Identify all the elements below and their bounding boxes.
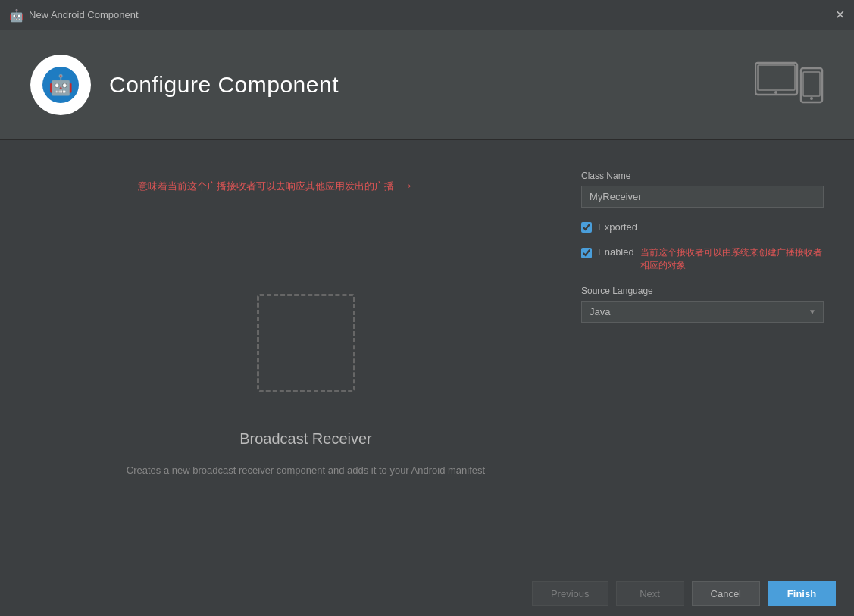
- enabled-label[interactable]: Enabled: [598, 246, 634, 258]
- svg-point-7: [810, 97, 813, 100]
- svg-rect-6: [803, 72, 820, 96]
- svg-rect-3: [758, 65, 795, 90]
- header: 🤖 Configure Component: [0, 30, 854, 140]
- title-bar-left: 🤖 New Android Component: [9, 8, 139, 22]
- previous-button[interactable]: Previous: [532, 581, 608, 606]
- component-description: Creates a new broadcast receiver compone…: [127, 463, 485, 478]
- source-language-select[interactable]: Java Kotlin: [581, 301, 824, 323]
- enabled-checkbox[interactable]: [581, 248, 592, 258]
- android-icon: 🤖: [9, 8, 23, 22]
- android-logo-icon: 🤖: [42, 66, 80, 104]
- exported-annotation: 意味着当前这个广播接收者可以去响应其他应用发出的广播 →: [30, 178, 521, 194]
- enabled-annotation: 当前这个接收者可以由系统来创建广播接收者相应的对象: [640, 246, 824, 272]
- enabled-section: Enabled 当前这个接收者可以由系统来创建广播接收者相应的对象: [581, 246, 824, 272]
- class-name-label: Class Name: [581, 170, 824, 181]
- exported-label[interactable]: Exported: [598, 221, 637, 233]
- exported-checkbox[interactable]: [581, 222, 592, 233]
- component-title: Broadcast Receiver: [239, 430, 372, 448]
- main-content: 意味着当前这个广播接收者可以去响应其他应用发出的广播 → Broadcast R…: [0, 140, 854, 571]
- source-language-select-wrapper: Java Kotlin ▼: [581, 301, 824, 323]
- enabled-row: Enabled: [581, 246, 634, 258]
- exported-annotation-text: 意味着当前这个广播接收者可以去响应其他应用发出的广播: [138, 180, 394, 193]
- svg-point-4: [774, 91, 777, 94]
- next-button[interactable]: Next: [616, 581, 684, 606]
- close-button[interactable]: ✕: [835, 9, 845, 21]
- finish-button[interactable]: Finish: [768, 581, 836, 606]
- exported-row: Exported: [581, 221, 824, 233]
- device-icons: [755, 59, 824, 111]
- component-illustration: [257, 294, 355, 392]
- class-name-input[interactable]: [581, 186, 824, 208]
- left-panel: 意味着当前这个广播接收者可以去响应其他应用发出的广播 → Broadcast R…: [30, 163, 581, 548]
- title-bar: 🤖 New Android Component ✕: [0, 0, 854, 30]
- class-name-group: Class Name: [581, 170, 824, 208]
- arrow-right-icon: →: [400, 178, 414, 194]
- header-title: Configure Component: [109, 72, 339, 98]
- header-logo: 🤖: [30, 55, 91, 115]
- bottom-bar: Previous Next Cancel Finish: [0, 571, 854, 616]
- right-panel: Class Name Exported Enabled 当前这个接收者可以由系统…: [581, 163, 824, 548]
- title-bar-text: New Android Component: [29, 9, 139, 20]
- header-left: 🤖 Configure Component: [30, 55, 339, 115]
- cancel-button[interactable]: Cancel: [692, 581, 760, 606]
- svg-text:🤖: 🤖: [48, 73, 74, 97]
- source-language-group: Source Language Java Kotlin ▼: [581, 286, 824, 323]
- source-language-label: Source Language: [581, 286, 824, 296]
